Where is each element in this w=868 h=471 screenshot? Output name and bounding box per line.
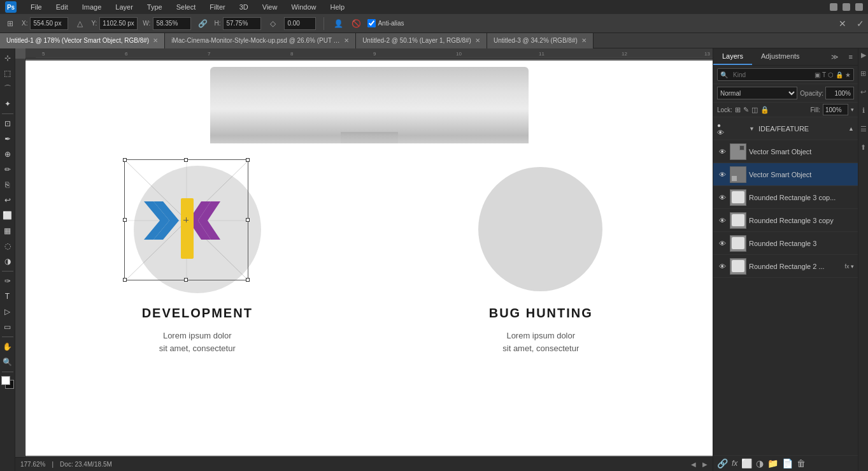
handle-tl[interactable] — [123, 158, 127, 162]
panel-expand-icon[interactable]: ≫ — [826, 50, 844, 64]
type-tool[interactable]: T — [1, 289, 15, 303]
tab-1-close[interactable]: ✕ — [344, 37, 349, 44]
history-brush[interactable]: ↩ — [1, 193, 15, 207]
anti-alias-check[interactable] — [367, 19, 376, 27]
brush-tool[interactable]: ✏ — [1, 163, 15, 177]
angle-input[interactable] — [284, 17, 316, 30]
path-select-tool[interactable]: ▷ — [1, 305, 15, 319]
layer-rr2[interactable]: 👁 Rounded Rectangle 2 ... fx ▾ — [713, 255, 858, 278]
info-icon[interactable]: ℹ — [862, 106, 865, 115]
tab-layers[interactable]: Layers — [713, 48, 752, 65]
filter-icon-3[interactable]: ⬡ — [828, 71, 834, 78]
tab-2[interactable]: Untitled-2 @ 50.1% (Layer 1, RGB/8#) ✕ — [356, 33, 487, 48]
collapse-icon[interactable]: ▶ — [861, 51, 866, 59]
filter-icon-2[interactable]: T — [822, 71, 826, 78]
link-icon[interactable]: 🔗 — [196, 17, 209, 30]
group-arrow[interactable]: ▼ — [749, 126, 755, 132]
menu-3d[interactable]: 3D — [237, 2, 251, 12]
cancel-transform[interactable]: ✕ — [839, 18, 846, 29]
w-input[interactable] — [153, 17, 191, 30]
link-layers-icon[interactable]: 🔗 — [717, 458, 728, 468]
lock-all-icon[interactable]: 🔒 — [760, 106, 769, 114]
lock-image-icon[interactable]: ✎ — [743, 106, 749, 114]
zoom-tool[interactable]: 🔍 — [1, 355, 15, 369]
tab-1[interactable]: iMac-Cinema-Monitor-Style-Mock-up.psd @ … — [165, 33, 356, 48]
eyedropper-tool[interactable]: ✒ — [1, 132, 15, 146]
layers-search-input[interactable] — [730, 68, 812, 81]
lock-art-icon[interactable]: ◫ — [751, 106, 758, 114]
layer-vso-1[interactable]: 👁 Vector Smart Object — [713, 140, 858, 163]
add-mask-icon[interactable]: ⬜ — [741, 458, 752, 468]
filter-icon-4[interactable]: 🔒 — [836, 71, 843, 78]
panel-menu-icon[interactable]: ≡ — [844, 50, 858, 63]
menu-type[interactable]: Type — [145, 2, 165, 12]
extra-icon-2[interactable]: ⬆ — [860, 143, 866, 152]
lasso-tool[interactable]: ⌒ — [1, 82, 15, 96]
pen-tool[interactable]: ✑ — [1, 274, 15, 288]
layer-vis-2[interactable]: 👁 — [717, 170, 727, 180]
crop-tool[interactable]: ⊡ — [1, 117, 15, 131]
tab-3-close[interactable]: ✕ — [581, 37, 587, 44]
layer-group-idea[interactable]: 👁 ▼ IDEA/FEATURE ▲ — [713, 117, 858, 140]
handle-tr[interactable] — [246, 158, 250, 162]
move-tool[interactable]: ⊹ — [1, 51, 15, 65]
handle-center[interactable] — [183, 217, 189, 222]
heal-tool[interactable]: ⊕ — [1, 147, 15, 161]
properties-icon[interactable]: ⊞ — [860, 69, 866, 78]
fx-icon[interactable]: fx — [732, 459, 737, 468]
marquee-tool[interactable]: ⬚ — [1, 66, 15, 80]
close-button[interactable] — [855, 3, 863, 11]
menu-layer[interactable]: Layer — [113, 2, 136, 12]
tab-adjustments[interactable]: Adjustments — [752, 48, 809, 65]
blur-tool[interactable]: ◌ — [1, 239, 15, 253]
magic-wand-tool[interactable]: ✦ — [1, 97, 15, 111]
canvas-area[interactable]: 5 6 7 8 9 10 11 12 13 14 — [15, 48, 713, 471]
handle-rm[interactable] — [246, 218, 250, 222]
layer-vis-3[interactable]: 👁 — [717, 192, 727, 203]
tab-0-close[interactable]: ✕ — [153, 37, 158, 44]
color-chips[interactable] — [1, 376, 14, 389]
filter-icon-5[interactable]: ★ — [845, 71, 851, 78]
maximize-button[interactable] — [843, 3, 850, 11]
shape-tool[interactable]: ▭ — [1, 320, 15, 334]
layer-vis-group[interactable]: 👁 — [717, 124, 727, 134]
dodge-tool[interactable]: ◑ — [1, 254, 15, 268]
extra-icon-1[interactable]: ☰ — [860, 125, 867, 133]
menu-edit[interactable]: Edit — [53, 2, 71, 12]
lock-position-icon[interactable]: ⊞ — [735, 106, 741, 114]
handle-bm[interactable] — [184, 278, 188, 282]
scroll-arrow-left[interactable]: ◀ — [691, 461, 696, 468]
group-collapse[interactable]: ▲ — [848, 126, 854, 132]
clone-tool[interactable]: ⎘ — [1, 178, 15, 192]
handle-tm[interactable] — [184, 158, 188, 162]
layer-vis-4[interactable]: 👁 — [717, 215, 727, 226]
new-layer-icon[interactable]: 📄 — [782, 458, 793, 468]
layer-vis-1[interactable]: 👁 — [717, 147, 727, 157]
menu-view[interactable]: View — [260, 2, 280, 12]
adj-layer-icon[interactable]: ◑ — [756, 458, 764, 468]
opacity-input[interactable] — [825, 87, 854, 99]
new-group-icon[interactable]: 📁 — [767, 458, 778, 468]
scroll-arrow-right[interactable]: ▶ — [702, 461, 708, 468]
h-input[interactable] — [223, 17, 261, 30]
handle-lm[interactable] — [123, 218, 127, 222]
fill-arrow[interactable]: ▾ — [851, 106, 854, 113]
menu-image[interactable]: Image — [80, 2, 104, 12]
layer-vis-5[interactable]: 👁 — [717, 238, 727, 249]
layer-rr3[interactable]: 👁 Rounded Rectangle 3 — [713, 232, 858, 255]
layer-vso-2[interactable]: 👁 Vector Smart Object — [713, 163, 858, 186]
tab-2-close[interactable]: ✕ — [475, 37, 480, 44]
eraser-tool[interactable]: ⬜ — [1, 208, 15, 222]
tab-0[interactable]: Untitled-1 @ 178% (Vector Smart Object, … — [0, 33, 165, 48]
anti-alias-checkbox[interactable]: Anti-alias — [367, 19, 404, 27]
handle-br[interactable] — [246, 278, 250, 282]
hand-tool[interactable]: ✋ — [1, 340, 15, 354]
menu-filter[interactable]: Filter — [207, 2, 227, 12]
filter-icon-1[interactable]: ▣ — [815, 71, 820, 78]
menu-select[interactable]: Select — [174, 2, 199, 12]
delete-layer-icon[interactable]: 🗑 — [797, 458, 806, 468]
prohibit-icon[interactable]: 🚫 — [350, 17, 362, 30]
handle-bl[interactable] — [123, 278, 127, 282]
blend-mode-select[interactable]: Normal — [717, 87, 797, 99]
y-input[interactable] — [99, 17, 138, 30]
